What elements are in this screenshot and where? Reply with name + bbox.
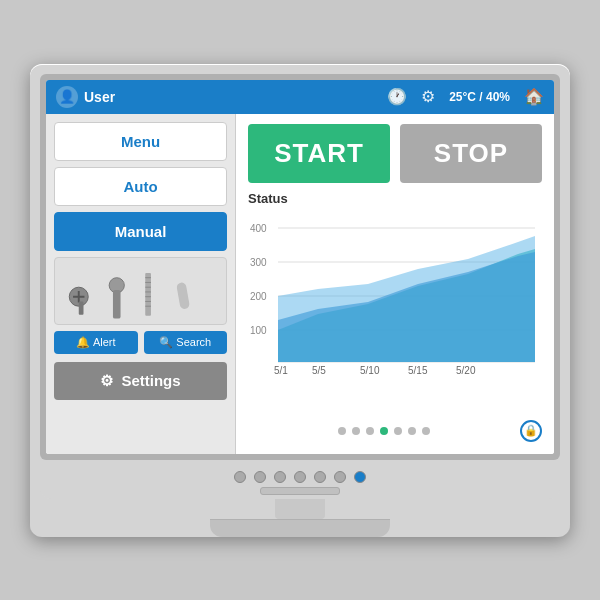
monitor-btn-3[interactable]: [274, 471, 286, 483]
action-buttons: 🔔 Alert 🔍 Search: [54, 331, 227, 354]
svg-rect-15: [176, 281, 190, 309]
magnify-icon: 🔍: [159, 336, 173, 349]
svg-rect-6: [145, 272, 151, 315]
svg-marker-27: [278, 236, 535, 362]
svg-text:5/15: 5/15: [408, 365, 428, 374]
svg-text:5/5: 5/5: [312, 365, 326, 374]
user-avatar-icon: 👤: [56, 86, 78, 108]
home-icon[interactable]: 🏠: [524, 87, 544, 106]
monitor-btn-5[interactable]: [314, 471, 326, 483]
settings-label: Settings: [121, 372, 180, 389]
dot-1[interactable]: [338, 427, 346, 435]
bell-icon: 🔔: [76, 336, 90, 349]
pagination-dots: [248, 427, 520, 435]
dot-4-active[interactable]: [380, 427, 388, 435]
filter-icon[interactable]: ⚙: [421, 87, 435, 106]
monitor-bottom: [40, 460, 560, 499]
dot-5[interactable]: [394, 427, 402, 435]
alert-label: Alert: [93, 336, 116, 348]
svg-text:200: 200: [250, 291, 267, 302]
screws-image: [54, 257, 227, 325]
left-panel: Menu Auto Manual: [46, 114, 236, 454]
dot-6[interactable]: [408, 427, 416, 435]
chart-svg: 400 300 200 100: [248, 214, 542, 374]
monitor-power-btn[interactable]: [354, 471, 366, 483]
right-panel: START STOP Status 400 300 200 100: [236, 114, 554, 454]
manual-button[interactable]: Manual: [54, 212, 227, 251]
alert-button[interactable]: 🔔 Alert: [54, 331, 138, 354]
user-section: 👤 User: [56, 86, 387, 108]
monitor-btn-4[interactable]: [294, 471, 306, 483]
clock-icon[interactable]: 🕐: [387, 87, 407, 106]
monitor-outer: 👤 User 🕐 ⚙ 25°C / 40% 🏠 Menu Auto Manual: [30, 64, 570, 537]
svg-text:400: 400: [250, 223, 267, 234]
svg-text:5/1: 5/1: [274, 365, 288, 374]
pagination: 🔒: [248, 416, 542, 444]
menu-button[interactable]: Menu: [54, 122, 227, 161]
auto-button[interactable]: Auto: [54, 167, 227, 206]
temperature-display: 25°C / 40%: [449, 90, 510, 104]
search-label: Search: [176, 336, 211, 348]
screws-svg: [55, 258, 226, 324]
monitor-btn-6[interactable]: [334, 471, 346, 483]
stop-button[interactable]: STOP: [400, 124, 542, 183]
monitor-btn-2[interactable]: [254, 471, 266, 483]
top-bar-icons: 🕐 ⚙ 25°C / 40% 🏠: [387, 87, 544, 106]
monitor-stand-neck: [275, 499, 325, 519]
status-label: Status: [248, 191, 542, 206]
main-content: Menu Auto Manual: [46, 114, 554, 454]
screen-bezel: 👤 User 🕐 ⚙ 25°C / 40% 🏠 Menu Auto Manual: [40, 74, 560, 460]
monitor-handle-wrap: [50, 487, 550, 499]
monitor-stand-base: [210, 519, 390, 537]
svg-rect-5: [113, 290, 121, 319]
monitor-btn-1[interactable]: [234, 471, 246, 483]
monitor-handle: [260, 487, 340, 495]
gear-icon: ⚙: [100, 372, 113, 390]
search-button[interactable]: 🔍 Search: [144, 331, 228, 354]
dot-7[interactable]: [422, 427, 430, 435]
lock-icon[interactable]: 🔒: [520, 420, 542, 442]
svg-text:5/20: 5/20: [456, 365, 476, 374]
control-buttons: START STOP: [248, 124, 542, 183]
chart-container: 400 300 200 100: [248, 214, 542, 408]
monitor-screen: 👤 User 🕐 ⚙ 25°C / 40% 🏠 Menu Auto Manual: [46, 80, 554, 454]
svg-text:100: 100: [250, 325, 267, 336]
dot-3[interactable]: [366, 427, 374, 435]
top-bar: 👤 User 🕐 ⚙ 25°C / 40% 🏠: [46, 80, 554, 114]
dot-2[interactable]: [352, 427, 360, 435]
start-button[interactable]: START: [248, 124, 390, 183]
user-label: User: [84, 89, 115, 105]
svg-rect-3: [79, 301, 84, 314]
monitor-controls: [50, 466, 550, 487]
svg-text:300: 300: [250, 257, 267, 268]
svg-text:5/10: 5/10: [360, 365, 380, 374]
settings-button[interactable]: ⚙ Settings: [54, 362, 227, 400]
